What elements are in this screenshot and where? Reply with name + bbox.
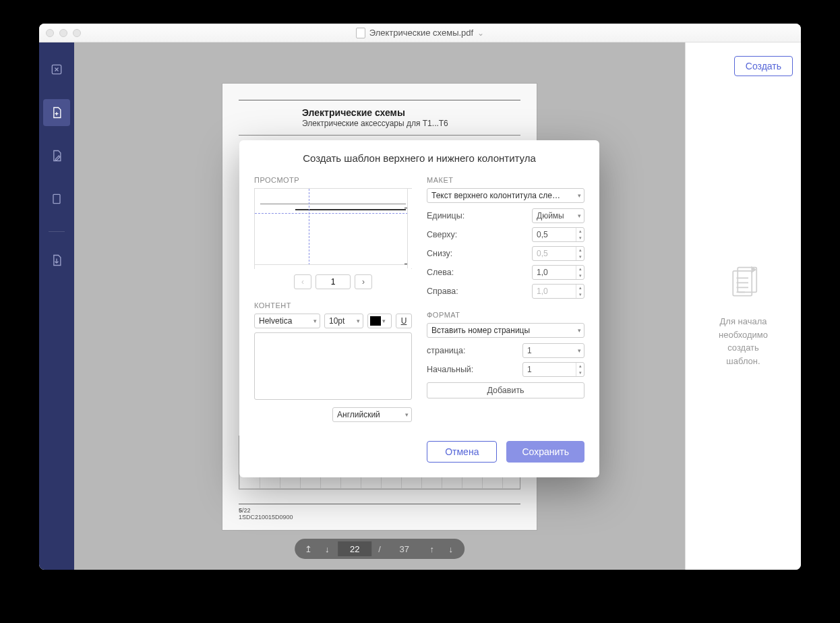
language-select[interactable]: Английский ▾ bbox=[332, 407, 412, 422]
save-button[interactable]: Сохранить bbox=[506, 441, 584, 463]
sidebar-page-tool[interactable] bbox=[43, 185, 70, 212]
chevron-down-icon: ▾ bbox=[405, 411, 409, 418]
templates-empty-icon bbox=[725, 265, 762, 303]
svg-rect-1 bbox=[53, 194, 60, 203]
sidebar bbox=[39, 42, 74, 570]
margin-left-label: Слева: bbox=[427, 268, 454, 277]
titlebar: Электрические схемы.pdf ⌄ bbox=[39, 24, 801, 42]
doc-page-subtitle: Электрические аксессуары для T1...T6 bbox=[302, 119, 520, 128]
language-value: Английский bbox=[337, 410, 380, 419]
chevron-down-icon: ▾ bbox=[382, 318, 386, 324]
window-title-text: Электрические схемы.pdf bbox=[369, 28, 473, 38]
format-start-input[interactable]: 1 ▴▾ bbox=[522, 362, 584, 377]
font-size-select[interactable]: 10pt ▾ bbox=[324, 314, 363, 328]
stepper-up-icon[interactable]: ▴ bbox=[576, 363, 584, 369]
pager-first-icon[interactable]: ↥ bbox=[300, 541, 316, 557]
sidebar-edit-page-tool[interactable] bbox=[43, 142, 70, 169]
margin-right-value: 1,0 bbox=[537, 287, 548, 296]
bottom-pager: ↥ ↓ / 37 ↑ ↓ bbox=[295, 539, 464, 559]
format-add-button[interactable]: Добавить bbox=[427, 382, 584, 398]
margin-top-input[interactable]: 0,5 ▴▾ bbox=[532, 227, 584, 242]
chevron-down-icon: ▾ bbox=[578, 192, 581, 199]
header-position-value: Текст верхнего колонтитула сле… bbox=[431, 191, 560, 200]
font-color-select[interactable]: ▾ bbox=[367, 314, 392, 328]
preview-page-input[interactable] bbox=[316, 274, 351, 289]
margin-left-input[interactable]: 1,0 ▴▾ bbox=[532, 265, 584, 280]
create-template-button[interactable]: Создать bbox=[734, 56, 793, 76]
margin-right-input[interactable]: 1,0 ▴▾ bbox=[532, 284, 584, 299]
pager-current-input[interactable] bbox=[338, 541, 371, 556]
margin-bottom-value: 0,5 bbox=[537, 249, 548, 258]
stepper-down-icon[interactable]: ▾ bbox=[576, 369, 584, 376]
underline-button[interactable]: U bbox=[396, 314, 412, 328]
preview-box bbox=[254, 188, 412, 269]
margin-bottom-input[interactable]: 0,5 ▴▾ bbox=[532, 246, 584, 261]
stepper-down-icon[interactable]: ▾ bbox=[576, 291, 584, 298]
empty-line-3: создать bbox=[727, 343, 759, 353]
empty-line-4: шаблон. bbox=[726, 356, 760, 366]
header-position-select[interactable]: Текст верхнего колонтитула сле… ▾ bbox=[427, 188, 584, 203]
sidebar-export-tool[interactable] bbox=[43, 247, 70, 274]
sidebar-add-page-tool[interactable] bbox=[43, 99, 70, 126]
chevron-down-icon: ▾ bbox=[578, 327, 581, 334]
right-panel-empty-state: Для начала необходимо создать шаблон. bbox=[719, 76, 768, 556]
pager-down-icon[interactable]: ↓ bbox=[443, 541, 459, 557]
format-start-label: Начальный: bbox=[427, 365, 473, 374]
section-preview-label: ПРОСМОТР bbox=[254, 176, 412, 184]
pager-separator: / bbox=[374, 544, 385, 554]
units-value: Дюймы bbox=[537, 211, 564, 220]
document-icon bbox=[356, 28, 365, 38]
pager-prev-icon[interactable]: ↓ bbox=[319, 541, 335, 557]
chevron-down-icon: ▾ bbox=[578, 212, 581, 219]
content-textarea[interactable] bbox=[254, 332, 412, 400]
format-page-label: страница: bbox=[427, 346, 465, 355]
preview-next-button[interactable]: › bbox=[355, 274, 372, 289]
section-content-label: КОНТЕНТ bbox=[254, 301, 412, 309]
font-size-value: 10pt bbox=[329, 316, 344, 326]
stepper-up-icon[interactable]: ▴ bbox=[576, 285, 584, 291]
margin-top-label: Сверху: bbox=[427, 230, 457, 239]
preview-pager: ‹ › bbox=[254, 274, 412, 289]
insert-format-select[interactable]: Вставить номер страницы ▾ bbox=[427, 323, 584, 338]
doc-page-footer: 5/22 1SDC​210015D0900 bbox=[239, 504, 520, 521]
units-select[interactable]: Дюймы ▾ bbox=[532, 208, 584, 223]
font-select-value: Helvetica bbox=[259, 316, 292, 326]
pager-total: 37 bbox=[388, 544, 421, 554]
cancel-button[interactable]: Отмена bbox=[427, 441, 497, 463]
preview-prev-button[interactable]: ‹ bbox=[294, 274, 311, 289]
empty-line-2: необходимо bbox=[719, 330, 768, 340]
margin-top-value: 0,5 bbox=[537, 230, 548, 239]
title-chevron-icon[interactable]: ⌄ bbox=[477, 28, 484, 38]
stepper-up-icon[interactable]: ▴ bbox=[576, 266, 584, 272]
stepper-down-icon[interactable]: ▾ bbox=[576, 272, 584, 279]
chevron-down-icon: ▾ bbox=[578, 347, 581, 354]
margin-bottom-label: Снизу: bbox=[427, 249, 452, 258]
doc-page-title: Электрические схемы bbox=[302, 107, 520, 118]
doc-footer-total: /22 bbox=[242, 507, 251, 514]
sidebar-close-tool[interactable] bbox=[43, 56, 70, 83]
stepper-up-icon[interactable]: ▴ bbox=[576, 247, 584, 254]
margin-left-value: 1,0 bbox=[537, 268, 548, 277]
header-footer-dialog: Создать шаблон верхнего и нижнего колонт… bbox=[239, 140, 599, 477]
stepper-up-icon[interactable]: ▴ bbox=[576, 228, 584, 235]
sidebar-separator bbox=[49, 231, 65, 232]
insert-format-value: Вставить номер страницы bbox=[431, 326, 530, 335]
font-select[interactable]: Helvetica ▾ bbox=[254, 314, 320, 328]
stepper-down-icon[interactable]: ▾ bbox=[576, 254, 584, 260]
format-page-select[interactable]: 1 ▾ bbox=[522, 343, 584, 358]
window-title: Электрические схемы.pdf ⌄ bbox=[39, 28, 801, 38]
section-layout-label: МАКЕТ bbox=[427, 176, 584, 184]
stepper-down-icon[interactable]: ▾ bbox=[576, 235, 584, 241]
margin-right-label: Справа: bbox=[427, 287, 458, 296]
format-page-value: 1 bbox=[527, 346, 532, 355]
dialog-title: Создать шаблон верхнего и нижнего колонт… bbox=[254, 152, 584, 164]
pager-up-icon[interactable]: ↑ bbox=[424, 541, 440, 557]
empty-line-1: Для начала bbox=[720, 316, 767, 326]
section-format-label: ФОРМАТ bbox=[427, 311, 584, 319]
color-swatch-icon bbox=[370, 316, 381, 326]
units-label: Единицы: bbox=[427, 211, 464, 220]
chevron-down-icon: ▾ bbox=[313, 318, 317, 324]
format-start-value: 1 bbox=[527, 365, 532, 374]
right-panel: Создать Для начала необходимо создать ша… bbox=[685, 42, 801, 570]
doc-footer-code: 1SDC​210015D0900 bbox=[239, 514, 293, 521]
